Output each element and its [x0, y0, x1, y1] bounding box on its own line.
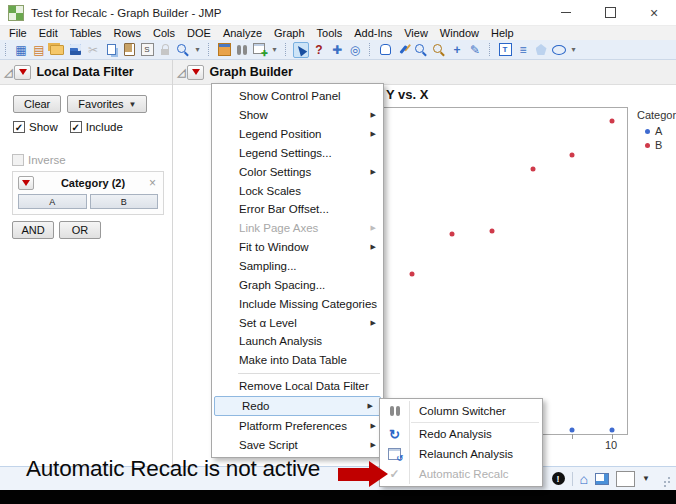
menu-item-fit-to-window[interactable]: Fit to Window▶: [212, 238, 383, 257]
annotate-plus-icon[interactable]: +: [449, 42, 465, 58]
category-value-button[interactable]: A: [18, 194, 87, 209]
toolbar-overflow-icon[interactable]: ▾: [270, 42, 279, 58]
clear-button[interactable]: Clear: [13, 95, 61, 113]
scatter-point-b[interactable]: [610, 119, 615, 124]
oval-tool-icon[interactable]: [551, 42, 567, 58]
category-value-button[interactable]: B: [90, 194, 159, 209]
menu-cols[interactable]: Cols: [147, 27, 181, 39]
menu-doe[interactable]: DOE: [181, 27, 217, 39]
lock-icon[interactable]: [157, 42, 173, 58]
journal-icon[interactable]: [216, 42, 232, 58]
toolbar-overflow-icon[interactable]: ▾: [193, 42, 202, 58]
menu-window[interactable]: Window: [434, 27, 485, 39]
scatter-point-b[interactable]: [490, 228, 495, 233]
menu-graph[interactable]: Graph: [268, 27, 311, 39]
magnifier-tool-icon[interactable]: [431, 42, 447, 58]
menu-file[interactable]: File: [3, 27, 33, 39]
menu-edit[interactable]: Edit: [33, 27, 64, 39]
menu-help[interactable]: Help: [485, 27, 520, 39]
resize-grip[interactable]: [661, 474, 670, 483]
menu-item-legend-position[interactable]: Legend Position▶: [212, 125, 383, 144]
grabber-tool-icon[interactable]: [377, 42, 393, 58]
display-box-button[interactable]: [616, 471, 635, 487]
menu-view[interactable]: View: [398, 27, 434, 39]
open-file-icon[interactable]: [49, 42, 65, 58]
search-icon[interactable]: [175, 42, 191, 58]
menu-add-ins[interactable]: Add-Ins: [348, 27, 398, 39]
minimize-button[interactable]: [544, 0, 588, 25]
brush-tool-icon[interactable]: [395, 42, 411, 58]
menu-item-redo[interactable]: Redo▶: [214, 396, 381, 417]
include-checkbox[interactable]: ✓Include: [70, 121, 123, 133]
log-info-icon[interactable]: !: [552, 472, 565, 485]
home-icon[interactable]: ⌂: [580, 472, 588, 486]
scatter-point-a[interactable]: [610, 428, 615, 433]
submenu-item-redo-analysis[interactable]: ↻Redo Analysis: [380, 424, 542, 444]
menu-item-remove-local-data-filter[interactable]: Remove Local Data Filter: [212, 377, 383, 396]
menu-item-sampling[interactable]: Sampling...: [212, 257, 383, 276]
new-graph-icon[interactable]: [252, 42, 268, 58]
close-button[interactable]: ×: [632, 0, 676, 25]
menu-item-show[interactable]: Show▶: [212, 106, 383, 125]
favorites-button[interactable]: Favorites▼: [67, 95, 147, 113]
category-menu-button[interactable]: [18, 176, 34, 190]
menu-item-show-control-panel[interactable]: Show Control Panel: [212, 87, 383, 106]
scatter-point-b[interactable]: [410, 271, 415, 276]
maximize-button[interactable]: [588, 0, 632, 25]
lasso-tool-icon[interactable]: [413, 42, 429, 58]
cut-icon[interactable]: ✂: [85, 42, 101, 58]
menu-tools[interactable]: Tools: [311, 27, 349, 39]
menu-item-legend-settings[interactable]: Legend Settings...: [212, 144, 383, 163]
menu-item-make-into-data-table[interactable]: Make into Data Table: [212, 351, 383, 370]
submenu-item-relaunch-analysis[interactable]: Relaunch Analysis: [380, 444, 542, 464]
filter-menu-button[interactable]: [14, 65, 31, 80]
new-journal-icon[interactable]: ▤: [31, 42, 47, 58]
show-checkbox[interactable]: ✓Show: [13, 121, 58, 133]
menu-item-lock-scales[interactable]: Lock Scales: [212, 181, 383, 200]
window-layout-icon[interactable]: [595, 473, 609, 485]
text-box-tool-icon[interactable]: [497, 42, 513, 58]
collapse-triangle-icon[interactable]: ◿: [4, 66, 12, 79]
help-tool-icon[interactable]: ?: [311, 42, 327, 58]
polygon-tool-icon[interactable]: [533, 42, 549, 58]
edit-script-icon[interactable]: [139, 42, 155, 58]
toolbar-overflow-icon[interactable]: ▾: [569, 42, 578, 58]
or-button[interactable]: OR: [59, 221, 101, 239]
menu-tables[interactable]: Tables: [64, 27, 108, 39]
menu-item-save-script[interactable]: Save Script▶: [212, 435, 383, 454]
inverse-checkbox[interactable]: Inverse: [12, 154, 66, 166]
save-icon[interactable]: [67, 42, 83, 58]
submenu-item-column-switcher[interactable]: Column Switcher: [380, 401, 542, 421]
arrow-tool-icon[interactable]: [293, 42, 309, 58]
legend-entry[interactable]: B: [645, 139, 676, 151]
move-tool-icon[interactable]: ✚: [329, 42, 345, 58]
legend-entry[interactable]: A: [645, 125, 676, 137]
menu-item-platform-preferences[interactable]: Platform Preferences▶: [212, 416, 383, 435]
menu-item-graph-spacing[interactable]: Graph Spacing...: [212, 275, 383, 294]
menu-item-launch-analysis[interactable]: Launch Analysis: [212, 332, 383, 351]
chevron-down-icon[interactable]: ▼: [642, 474, 650, 483]
graph-builder-menu-button[interactable]: [187, 65, 204, 80]
submenu-item-automatic-recalc[interactable]: ✓Automatic Recalc: [380, 464, 542, 484]
menu-item-color-settings[interactable]: Color Settings▶: [212, 162, 383, 181]
close-icon[interactable]: ×: [147, 176, 158, 190]
scatter-point-b[interactable]: [531, 166, 536, 171]
copy-icon[interactable]: [103, 42, 119, 58]
menu-item-link-page-axes[interactable]: Link Page Axes▶: [212, 219, 383, 238]
and-button[interactable]: AND: [12, 221, 54, 239]
crosshair-tool-icon[interactable]: ◎: [347, 42, 363, 58]
menu-item-error-bar-offset[interactable]: Error Bar Offset...: [212, 200, 383, 219]
line-annotation-tool-icon[interactable]: ≡: [515, 42, 531, 58]
menu-rows[interactable]: Rows: [108, 27, 148, 39]
scatter-point-b[interactable]: [449, 232, 454, 237]
scatter-point-a[interactable]: [570, 428, 575, 433]
new-data-table-icon[interactable]: ▦: [13, 42, 29, 58]
scatter-point-b[interactable]: [570, 152, 575, 157]
menu-item-include-missing-categories[interactable]: Include Missing Categories: [212, 294, 383, 313]
menu-item-set-level[interactable]: Set α Level▶: [212, 313, 383, 332]
collapse-triangle-icon[interactable]: ◿: [177, 66, 185, 79]
paste-icon[interactable]: [121, 42, 137, 58]
annotate-pencil-icon[interactable]: ✎: [467, 42, 483, 58]
menu-analyze[interactable]: Analyze: [217, 27, 268, 39]
column-switcher-icon[interactable]: [234, 42, 250, 58]
